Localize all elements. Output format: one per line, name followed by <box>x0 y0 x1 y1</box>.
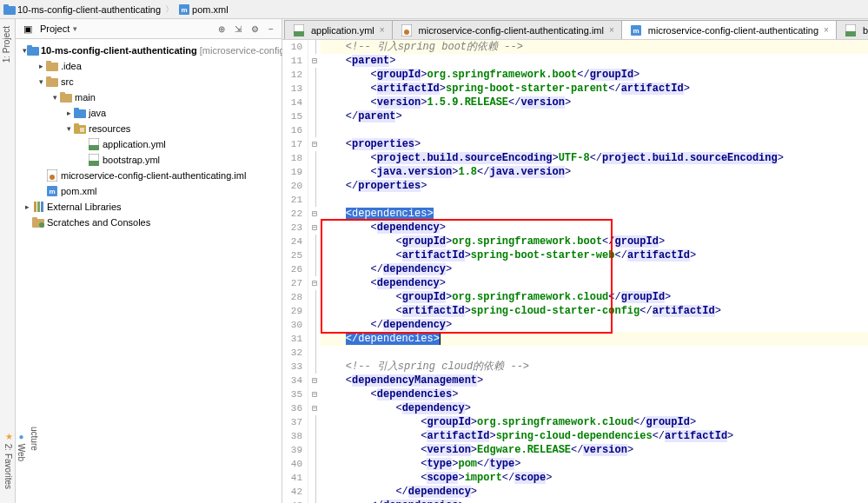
fold-marker[interactable] <box>308 235 321 248</box>
side-tab-structure[interactable]: ucture <box>28 425 41 496</box>
code-line[interactable]: <artifactId>spring-cloud-starter-config<… <box>321 304 868 318</box>
fold-marker[interactable] <box>308 262 321 276</box>
code-line[interactable]: <dependency> <box>321 401 868 415</box>
tree-java[interactable]: ▸java <box>16 105 282 121</box>
tree-root[interactable]: ▾10-ms-config-client-authenticating [mic… <box>16 43 282 58</box>
tree-scratches[interactable]: Scratches and Consoles <box>16 215 282 230</box>
fold-marker[interactable] <box>308 304 321 318</box>
code-line[interactable]: </properties> <box>321 179 868 193</box>
code-line[interactable]: <scope>import</scope> <box>321 471 868 485</box>
code-line[interactable]: <version>Edgware.RELEASE</version> <box>321 443 868 457</box>
code-line[interactable] <box>321 123 868 137</box>
fold-marker[interactable] <box>308 68 321 82</box>
tree-main[interactable]: ▾main <box>16 89 282 105</box>
editor-tab[interactable]: microservice-config-client-authenticatin… <box>392 20 622 39</box>
gear-icon[interactable]: ⚙ <box>248 22 262 36</box>
fold-marker[interactable] <box>308 360 321 374</box>
close-icon[interactable]: × <box>380 25 385 35</box>
fold-marker[interactable] <box>308 248 321 262</box>
code-line[interactable]: <java.version>1.8</java.version> <box>321 165 868 179</box>
editor-tab[interactable]: mmicroservice-config-client-authenticati… <box>621 20 837 39</box>
code-line[interactable]: <artifactId>spring-boot-starter-parent</… <box>321 82 868 96</box>
code-line[interactable]: <project.build.sourceEncoding>UTF-8</pro… <box>321 151 868 165</box>
fold-marker[interactable] <box>308 290 321 304</box>
code-line[interactable]: <!-- 引入spring boot的依赖 --> <box>321 40 868 54</box>
fold-marker[interactable] <box>308 40 321 54</box>
fold-marker[interactable] <box>308 443 321 457</box>
fold-marker[interactable] <box>308 485 321 499</box>
code-line[interactable]: <dependency> <box>321 276 868 290</box>
tree-resources[interactable]: ▾resources <box>16 121 282 136</box>
fold-marker[interactable] <box>308 151 321 165</box>
code-line[interactable]: <groupId>org.springframework.cloud</grou… <box>321 415 868 429</box>
editor[interactable]: 1011121314151617181920212223242526272829… <box>282 40 868 503</box>
code-line[interactable]: <dependencies> <box>321 387 868 401</box>
code-line[interactable]: <parent> <box>321 54 868 68</box>
fold-marker[interactable]: ⊟ <box>308 401 321 415</box>
fold-marker[interactable] <box>308 193 321 207</box>
code-line[interactable]: <groupId>org.springframework.boot</group… <box>321 68 868 82</box>
code-line[interactable]: <dependency> <box>321 221 868 235</box>
fold-marker[interactable] <box>308 415 321 429</box>
hide-icon[interactable]: − <box>264 22 278 36</box>
breadcrumb-file[interactable]: pom.xml <box>192 4 229 15</box>
fold-marker[interactable] <box>308 123 321 137</box>
tree-bootstrap-yml[interactable]: bootstrap.yml <box>16 152 282 168</box>
editor-tab[interactable]: application.yml× <box>284 20 393 39</box>
fold-marker[interactable]: ⊟ <box>308 207 321 221</box>
sidebar-view-title[interactable]: Project <box>40 23 70 34</box>
code-line[interactable]: <type>pom</type> <box>321 457 868 471</box>
code-line[interactable]: <properties> <box>321 137 868 151</box>
fold-marker[interactable] <box>308 318 321 332</box>
side-tab-web[interactable]: ● Web <box>15 425 28 496</box>
fold-marker[interactable]: ⊟ <box>308 137 321 151</box>
fold-marker[interactable]: ⊟ <box>308 374 321 387</box>
code-line[interactable]: <artifactId>spring-cloud-dependencies</a… <box>321 429 868 443</box>
side-tab-favorites[interactable]: ★ 2: Favorites <box>2 425 15 496</box>
tree-iml[interactable]: microservice-config-client-authenticatin… <box>16 168 282 183</box>
tree-src[interactable]: ▾src <box>16 74 282 89</box>
tree-external-libs[interactable]: ▸External Libraries <box>16 199 282 215</box>
fold-marker[interactable] <box>308 179 321 193</box>
fold-marker[interactable] <box>308 109 321 123</box>
fold-marker[interactable]: ⊟ <box>308 221 321 235</box>
editor-tab[interactable]: bootstrap.yml× <box>836 20 868 39</box>
close-icon[interactable]: × <box>609 25 614 35</box>
fold-marker[interactable] <box>308 165 321 179</box>
code-line[interactable]: <!-- 引入spring cloud的依赖 --> <box>321 360 868 374</box>
code-line[interactable]: <dependencyManagement> <box>321 374 868 387</box>
fold-marker[interactable] <box>308 499 321 503</box>
code-line[interactable]: </dependency> <box>321 318 868 332</box>
code-line[interactable]: <groupId>org.springframework.boot</group… <box>321 235 868 248</box>
code-line[interactable]: <dependencies> <box>321 207 868 221</box>
autoscroll-icon[interactable]: ⊕ <box>215 22 229 36</box>
code-line[interactable]: </dependency> <box>321 485 868 499</box>
code-line[interactable] <box>321 346 868 360</box>
code-line[interactable]: <artifactId>spring-boot-starter-web</art… <box>321 248 868 262</box>
fold-marker[interactable] <box>308 471 321 485</box>
fold-marker[interactable] <box>308 429 321 443</box>
code-area[interactable]: <!-- 引入spring boot的依赖 --> <parent> <grou… <box>321 40 868 503</box>
fold-marker[interactable] <box>308 96 321 109</box>
code-line[interactable]: </dependency> <box>321 262 868 276</box>
code-line[interactable]: </dependencies> <box>321 499 868 503</box>
tree-pom[interactable]: mpom.xml <box>16 183 282 199</box>
fold-marker[interactable]: ⊟ <box>308 276 321 290</box>
code-line[interactable] <box>321 193 868 207</box>
fold-marker[interactable]: ⊟ <box>308 54 321 68</box>
fold-marker[interactable] <box>308 457 321 471</box>
code-line[interactable]: </parent> <box>321 109 868 123</box>
code-line[interactable]: <version>1.5.9.RELEASE</version> <box>321 96 868 109</box>
code-line[interactable]: <groupId>org.springframework.cloud</grou… <box>321 290 868 304</box>
fold-marker[interactable] <box>308 82 321 96</box>
tree-idea[interactable]: ▸.idea <box>16 58 282 74</box>
tree-application-yml[interactable]: application.yml <box>16 136 282 152</box>
close-icon[interactable]: × <box>824 25 829 35</box>
fold-marker[interactable] <box>308 346 321 360</box>
fold-marker[interactable]: ⊟ <box>308 387 321 401</box>
side-tab-project[interactable]: 1: Project <box>0 19 15 69</box>
breadcrumb-project[interactable]: 10-ms-config-client-authenticating <box>17 4 161 15</box>
dropdown-icon[interactable]: ▾ <box>73 24 77 33</box>
code-line[interactable]: </dependencies> <box>321 332 868 346</box>
collapse-icon[interactable]: ⇲ <box>231 22 245 36</box>
